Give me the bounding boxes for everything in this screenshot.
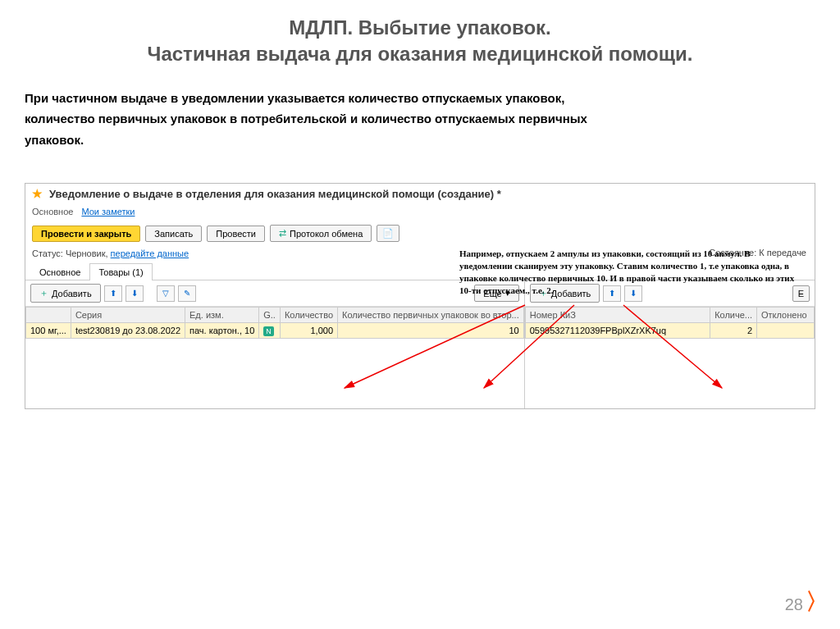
status-link[interactable]: передайте данные xyxy=(111,248,189,258)
left-col-g[interactable]: G.. xyxy=(259,308,281,323)
right-col-qty[interactable]: Количе... xyxy=(710,308,757,323)
left-col-qty[interactable]: Количество xyxy=(280,308,337,323)
exchange-icon: ⇄ xyxy=(279,228,286,239)
post-button[interactable]: Провести xyxy=(207,226,265,242)
search-button[interactable]: ✎ xyxy=(178,285,196,302)
left-pane: ＋ Добавить ⬆ ⬇ ▽ ✎ Еще ▾ xyxy=(25,280,525,408)
filter-button[interactable]: ▽ xyxy=(157,285,175,302)
tab-main[interactable]: Основное xyxy=(30,263,89,280)
slide-description: При частичном выдаче в уведомлении указы… xyxy=(25,88,615,151)
window-titlebar: ★ Уведомление о выдаче в отделения для о… xyxy=(25,184,815,203)
nav-notes[interactable]: Мои заметки xyxy=(81,207,135,217)
right-pane: ＋ Добавить ⬆ ⬇ Е Номер КиЗ Коли xyxy=(525,280,815,408)
annotation-text: Например, отпускаем 2 ампулы из упаковки… xyxy=(459,248,804,296)
star-icon: ★ xyxy=(32,187,43,200)
protocol-button[interactable]: ⇄ Протокол обмена xyxy=(270,225,372,242)
left-col-unit[interactable]: Ед. изм. xyxy=(185,308,259,323)
table-row[interactable]: 05995327112039FPBplXZrXK7uq 2 xyxy=(525,323,814,339)
slide-title: МДЛП. Выбытие упаковок. Частичная выдача… xyxy=(25,15,815,68)
left-col-1[interactable] xyxy=(26,308,71,323)
right-col-kiz[interactable]: Номер КиЗ xyxy=(525,308,710,323)
table-row[interactable]: 100 мг,... test230819 до 23.08.2022 пач.… xyxy=(26,323,524,339)
move-down-button[interactable]: ⬇ xyxy=(126,285,144,302)
plus-icon: ＋ xyxy=(39,287,48,299)
tab-goods[interactable]: Товары (1) xyxy=(89,263,152,280)
left-table: Серия Ед. изм. G.. Количество Количество… xyxy=(25,307,524,339)
chevron-right-icon: 〉 xyxy=(806,586,829,618)
page-number: 28 xyxy=(785,595,803,614)
right-col-rejected[interactable]: Отклонено xyxy=(757,308,815,323)
nav-links: Основное Мои заметки xyxy=(25,203,815,220)
right-table: Номер КиЗ Количе... Отклонено 0599532711… xyxy=(525,307,815,339)
nav-main[interactable]: Основное xyxy=(32,207,73,217)
post-close-button[interactable]: Провести и закрыть xyxy=(32,226,140,242)
main-toolbar: Провести и закрыть Записать Провести ⇄ П… xyxy=(25,220,815,247)
left-col-series[interactable]: Серия xyxy=(71,308,185,323)
move-up-button[interactable]: ⬆ xyxy=(104,285,122,302)
window-title: Уведомление о выдаче в отделения для ока… xyxy=(49,188,501,200)
report-button[interactable]: 📄 xyxy=(377,225,399,242)
save-button[interactable]: Записать xyxy=(145,226,202,242)
left-col-primary-qty[interactable]: Количество первичных упаковок во втор... xyxy=(338,308,524,323)
add-button-left[interactable]: ＋ Добавить xyxy=(30,284,101,303)
report-icon: 📄 xyxy=(382,228,394,239)
n-badge: N xyxy=(263,326,274,336)
